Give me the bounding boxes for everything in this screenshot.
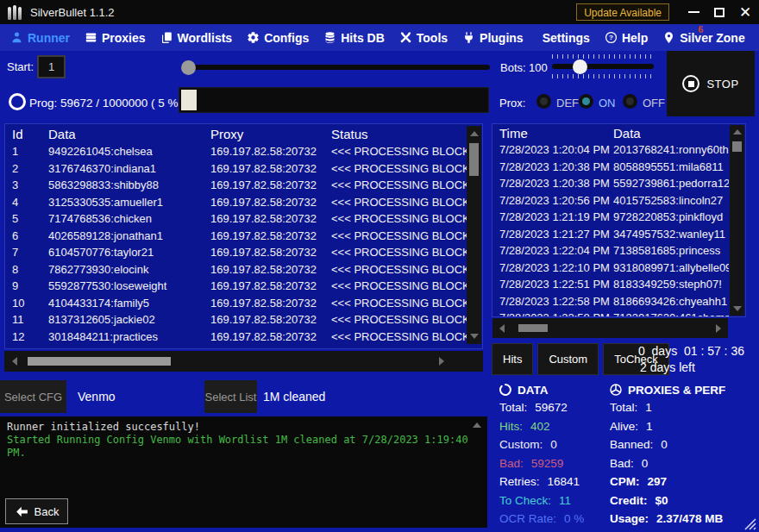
menu-item-runner[interactable]: Runner [10,31,70,45]
update-available-button[interactable]: Update Available [576,3,669,21]
table-row[interactable]: 87862773930:elocink169.197.82.58:20732<<… [5,261,467,279]
start-slider[interactable] [181,60,490,74]
prox-radio-label-def[interactable]: DEF [556,97,579,110]
select-cfg-button[interactable]: Select CFG [0,380,66,413]
prox-radio-off[interactable] [623,94,637,109]
table-row[interactable]: 7/28/2023 1:21:27 PM3474957532:wanley11 [492,226,729,243]
prox-radio-label-on[interactable]: ON [599,97,616,110]
table-row[interactable]: 7/28/2023 1:22:10 PM9318089971:allybelle… [492,260,729,277]
bots-slider[interactable] [552,54,654,78]
results-vscroll-thumb[interactable] [469,143,479,176]
app-logo-bullets-icon [8,5,22,20]
app-window: SilverBullet 1.1.2 Update Available ✕ Ru… [0,0,759,532]
stat-label: Banned: [610,438,653,451]
table-row[interactable]: 7/28/2023 1:20:04 PM2013768241:ronny60th [492,141,729,159]
elapsed-time: 0 days 01 : 57 : 36 [638,344,744,358]
table-row[interactable]: 43125330535:amueller1169.197.82.58:20732… [5,194,467,211]
tab-hits[interactable]: Hits [492,343,533,375]
maximize-icon [714,8,724,17]
hits-vscroll-thumb[interactable] [732,141,742,152]
table-row[interactable]: 7/28/2023 1:20:38 PM8058895551:mila6811 [492,159,729,176]
table-row[interactable]: 64026589128:jonathan1169.197.82.58:20732… [5,228,467,245]
cell-time: 7/28/2023 1:22:58 PM [499,295,613,308]
scroll-left-icon[interactable] [12,357,17,366]
scroll-down-icon[interactable] [733,306,742,311]
hits-vertical-scrollbar[interactable] [730,125,744,316]
cell-time: 7/28/2023 1:22:10 PM [499,261,613,274]
stat-row: Banned:0 [610,435,723,454]
stat-label: Custom: [499,438,543,451]
resize-grip[interactable] [742,516,756,530]
scroll-up-icon[interactable] [733,129,742,135]
prox-radio-def[interactable] [536,94,551,109]
table-row[interactable]: 95592877530:loseweight169.197.82.58:2073… [5,278,467,295]
stat-row: Usage:2.37/478 MB [610,510,723,529]
results-vertical-scrollbar[interactable] [467,126,481,344]
configs-gear-icon [247,31,260,44]
cell-proxy: 169.197.82.58:20732 [210,330,331,343]
table-row[interactable]: 123018484211:practices169.197.82.58:2073… [5,329,467,346]
select-list-button[interactable]: Select List [204,380,257,413]
table-row[interactable]: 19492261045:chelsea169.197.82.58:20732<<… [5,143,467,160]
start-slider-track[interactable] [181,65,490,70]
tab-custom[interactable]: Custom [537,343,599,375]
menu-item-help[interactable]: ?Help [605,31,648,45]
hits-horizontal-scrollbar[interactable] [492,318,728,338]
close-button[interactable]: ✕ [733,0,757,24]
stat-value: 59672 [535,401,568,414]
progress-bar-fill [181,90,197,110]
table-row[interactable]: 104104433174:family5169.197.82.58:20732<… [5,295,467,312]
cell-status: <<< PROCESSING BLOCK [331,279,467,292]
start-slider-thumb[interactable] [181,60,196,75]
bots-slider-track[interactable] [552,64,654,69]
table-row[interactable]: 7/28/2023 1:22:58 PM8186693426:chyeahh1 [492,293,729,310]
table-row[interactable]: 23176746370:indiana1169.197.82.58:20732<… [5,160,467,178]
runner-icon [10,31,23,44]
stat-value: 0 [642,457,649,470]
menu-item-silver-zone[interactable]: Silver Zone6 [662,31,744,45]
table-row[interactable]: 7/28/2023 1:22:51 PM8183349259:steph07! [492,276,729,293]
data-panel-stats: Total:59672Hits:402Custom:0Bad:59259Retr… [499,398,584,529]
menu-item-tools[interactable]: Tools [399,31,448,45]
back-button[interactable]: Back [5,498,68,524]
menu-item-wordlists[interactable]: Wordlists [160,31,233,45]
scroll-down-icon[interactable] [470,334,479,339]
cell-proxy: 169.197.82.58:20732 [210,229,331,242]
cell-time: 7/28/2023 1:20:38 PM [499,160,613,173]
cell-status: <<< PROCESSING BLOCK [331,313,467,326]
menu-item-configs[interactable]: Configs [247,31,309,45]
scroll-left-icon[interactable] [499,324,505,333]
prox-radio-label-off[interactable]: OFF [643,97,665,110]
svg-text:?: ? [609,34,613,41]
maximize-button[interactable] [707,0,731,24]
table-row[interactable]: 7/28/2023 1:20:56 PM4015752583:lincoln27 [492,192,729,210]
scroll-right-icon[interactable] [716,324,721,333]
minimize-button[interactable] [681,0,706,24]
menu-item-plugins[interactable]: Plugins [462,31,524,45]
table-row[interactable]: 7/28/2023 1:20:38 PM5592739861:pedorra12 [492,175,729,192]
stat-value: 2.37/478 MB [656,512,723,525]
scroll-right-icon[interactable] [439,357,444,366]
stop-button[interactable]: STOP [667,51,755,116]
stat-label: Hits: [499,420,523,433]
bots-slider-thumb[interactable] [573,59,587,74]
results-hscroll-thumb[interactable] [28,357,171,366]
table-row[interactable]: 7/28/2023 1:21:19 PM9728220853:pinkfloyd [492,209,729,226]
table-row[interactable]: 76104570776:taylor21169.197.82.58:20732<… [5,244,467,261]
wordlists-icon [160,31,173,44]
table-row[interactable]: 57174768536:chicken169.197.82.58:20732<<… [5,210,467,228]
log-scroll-up-icon[interactable] [473,422,481,428]
prox-radio-on[interactable] [579,94,593,109]
menu-item-hits-db[interactable]: Hits DB [323,31,385,45]
menu-item-settings[interactable]: Settings [538,31,590,45]
start-input[interactable] [37,55,66,78]
scroll-up-icon[interactable] [470,131,479,136]
table-row[interactable]: 7/28/2023 1:22:04 PM7138581685:princess [492,242,729,260]
results-horizontal-scrollbar[interactable] [4,351,483,372]
hits-hscroll-thumb[interactable] [518,324,548,332]
table-row[interactable]: 136122724895:lee103110169.197.82.58:2073… [5,345,467,348]
table-row[interactable]: 118137312605:jackie02169.197.82.58:20732… [5,311,467,329]
menu-item-proxies[interactable]: Proxies [85,31,146,45]
table-row[interactable]: 35863298833:shibby88169.197.82.58:20732<… [5,177,467,194]
table-row[interactable]: 7/28/2023 1:22:58 PM7133017620:461champ [492,310,729,316]
